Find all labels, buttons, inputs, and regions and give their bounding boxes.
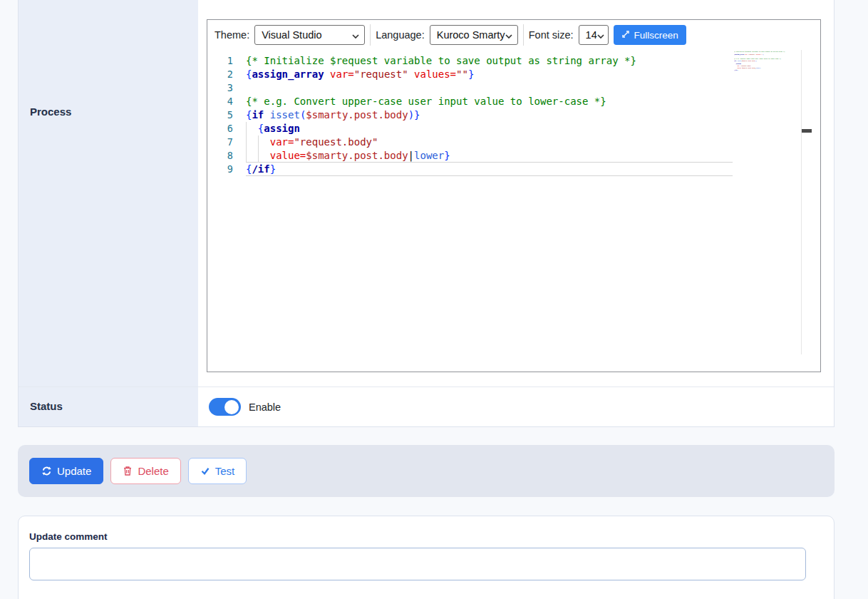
trash-icon (123, 466, 133, 476)
minimap[interactable]: {* Initialize $request variable to save … (734, 51, 790, 354)
minimap-content: {* Initialize $request variable to save … (734, 51, 790, 71)
update-button[interactable]: Update (29, 458, 103, 484)
status-row: Status Enable (19, 387, 834, 426)
status-label: Status (30, 400, 63, 412)
language-select[interactable]: Kuroco Smarty (430, 25, 518, 45)
chevron-down-icon (505, 29, 512, 41)
theme-select-value: Visual Studio (262, 29, 321, 41)
update-comment-textarea[interactable] (29, 548, 806, 580)
delete-button[interactable]: Delete (110, 458, 180, 484)
process-field-cell: Theme: Visual Studio Language: Kuroco Sm… (198, 0, 834, 386)
toggle-knob (224, 400, 239, 414)
sync-icon (41, 466, 52, 476)
code-editor-wrapper: Theme: Visual Studio Language: Kuroco Sm… (207, 19, 821, 372)
overview-ruler-cursor-mark (802, 129, 812, 133)
editor-toolbar: Theme: Visual Studio Language: Kuroco Sm… (207, 20, 820, 50)
chevron-down-icon (352, 29, 359, 41)
font-size-label: Font size: (529, 29, 574, 41)
status-toggle[interactable] (209, 398, 241, 416)
fullscreen-button[interactable]: Fullscreen (614, 25, 686, 45)
code-lines: {* Initialize $request variable to save … (246, 54, 636, 176)
update-button-label: Update (57, 465, 91, 477)
chevron-down-icon (597, 29, 604, 41)
actions-bar: Update Delete Test (18, 445, 835, 497)
toolbar-divider (523, 24, 524, 46)
test-button-label: Test (215, 465, 235, 477)
font-size-select-value: 14 (586, 29, 597, 41)
process-row: Process Theme: Visual Studio Language: K… (19, 0, 834, 387)
language-select-value: Kuroco Smarty (437, 29, 505, 41)
expand-icon (621, 30, 630, 41)
toolbar-divider (370, 24, 371, 46)
settings-table: Process Theme: Visual Studio Language: K… (18, 0, 835, 427)
update-comment-label: Update comment (29, 531, 823, 542)
test-button[interactable]: Test (188, 458, 247, 484)
overview-ruler (801, 50, 802, 354)
status-toggle-label: Enable (249, 401, 281, 413)
code-editor[interactable]: 123456789 {* Initialize $request variabl… (207, 50, 820, 354)
delete-button-label: Delete (138, 465, 168, 477)
fullscreen-button-label: Fullscreen (634, 30, 678, 41)
status-field-cell: Enable (198, 387, 834, 426)
update-comment-card: Update comment (18, 516, 835, 599)
font-size-select[interactable]: 14 (579, 25, 609, 45)
process-label: Process (30, 106, 71, 118)
check-icon (200, 466, 210, 476)
theme-select[interactable]: Visual Studio (254, 25, 365, 45)
process-label-cell: Process (19, 0, 198, 386)
line-numbers[interactable]: 123456789 (207, 54, 237, 176)
language-label: Language: (376, 29, 425, 41)
theme-label: Theme: (215, 29, 249, 41)
status-label-cell: Status (19, 387, 198, 426)
